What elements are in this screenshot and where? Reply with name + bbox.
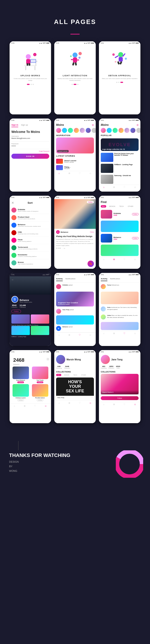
tab-other[interactable]: OTHER: [126, 205, 135, 208]
yael-tag[interactable]: Following: [37, 382, 43, 383]
notif-icon[interactable]: ♡: [123, 332, 125, 334]
sort-item-breeze[interactable]: Breeze Your creative inspirations: [11, 259, 49, 267]
popular-text-3: Samsung - Unsold me: [114, 175, 131, 184]
follow-badge[interactable]: Follow: [87, 201, 94, 203]
insp-card[interactable]: Doesn't served: [56, 138, 94, 154]
profile-icon[interactable]: ☺: [89, 334, 91, 336]
signin-button[interactable]: SIGN IN: [11, 154, 49, 159]
sort-item-flickr[interactable]: Flickr Photo sharing platform: [11, 236, 49, 244]
tab-tech[interactable]: TECH: [118, 205, 125, 208]
tab-design[interactable]: DESIGN: [63, 374, 71, 376]
pernille-tag[interactable]: Unfollow: [37, 399, 43, 401]
search-icon[interactable]: ⊕: [113, 403, 115, 406]
work-2[interactable]: [31, 314, 49, 324]
tab-notification[interactable]: Notification: [110, 278, 120, 281]
home-icon[interactable]: ⌂: [14, 405, 15, 407]
behance-info: Behance 1934: [114, 236, 131, 240]
tab-signin[interactable]: Sign In: [11, 124, 18, 127]
tab-notification[interactable]: Notification: [65, 278, 75, 281]
notif-icon[interactable]: ♡: [123, 258, 125, 260]
tab-all[interactable]: ALL: [101, 205, 106, 208]
profile-icon[interactable]: ☺: [134, 332, 136, 334]
karel-name: Karel Babach: [16, 380, 25, 381]
forgot-link[interactable]: Forget Password: [11, 150, 49, 152]
notif-user-2: Gary Tong: [62, 309, 69, 310]
coll-heart[interactable]: ♡: [91, 397, 93, 398]
notif-icon[interactable]: ♡: [123, 403, 125, 406]
home-icon[interactable]: ⌂: [103, 186, 105, 188]
notif-icon[interactable]: ♡: [34, 405, 36, 407]
nav-bar: ⌂ ⊕ ♡ ☺: [99, 402, 141, 406]
tab-activity[interactable]: Activity: [101, 278, 107, 281]
notif-icon[interactable]: ♡: [123, 186, 125, 188]
profile-header: Marsin Wong: [54, 354, 96, 366]
home-icon[interactable]: ⌂: [103, 258, 105, 260]
home-icon[interactable]: ⌂: [103, 332, 105, 334]
tab-activity[interactable]: Activity: [56, 278, 63, 281]
search-icon[interactable]: ⊕: [24, 405, 25, 407]
sort-item-behance[interactable]: Behance Showcase and discover creative w…: [11, 222, 49, 229]
notif-icon[interactable]: ♡: [79, 402, 81, 404]
find-card-behance[interactable]: Behance 1934 Follow: [99, 233, 141, 244]
search-icon[interactable]: ⊕: [113, 332, 115, 334]
home-icon[interactable]: ⌂: [59, 172, 60, 174]
work-1[interactable]: [11, 314, 30, 324]
platform-follow[interactable]: Follow: [90, 231, 94, 233]
sort-item-ks[interactable]: Kickstarter Creative crowdfunding platfo…: [11, 252, 49, 259]
profile-icon[interactable]: ☺: [44, 405, 47, 407]
tab-design[interactable]: DESIGN: [108, 205, 117, 208]
tab-all[interactable]: ALL: [56, 374, 61, 376]
back-icon[interactable]: ←: [11, 278, 14, 281]
menu-icon[interactable]: ☰: [137, 124, 139, 126]
work-3[interactable]: [11, 326, 30, 335]
username-input[interactable]: Marsin.Wong@moins.com: [11, 138, 49, 142]
work-4[interactable]: [31, 326, 49, 335]
home-icon[interactable]: ⌂: [59, 402, 60, 404]
behance-follow-button[interactable]: Follow: [11, 310, 21, 313]
notif-icon[interactable]: ♡: [79, 172, 81, 174]
close-button[interactable]: ✕: [11, 201, 14, 204]
blog-content: Follow B Behance Follow Plateg ota Food …: [54, 199, 96, 269]
sexy-collection-card[interactable]: HOW'SYOURSEX LIFE Gary Tong ♡: [56, 378, 94, 399]
collections-label: COLLECTIONS: [54, 370, 96, 374]
password-input[interactable]: ••••••••: [11, 145, 49, 149]
moins-content: Moins ☰ INSPIRATION Doesn't served: [54, 122, 96, 192]
search-icon[interactable]: ⊕: [113, 186, 115, 188]
home-icon[interactable]: ⌂: [103, 403, 105, 406]
sort-item-tc[interactable]: Techcrunch Tech & new technology product…: [11, 244, 49, 252]
find-card-dribbble[interactable]: Dribbble 2436 Follow: [99, 209, 141, 220]
search-icon[interactable]: ⊕: [68, 172, 70, 174]
tc-name: Techcrunch: [18, 246, 49, 248]
search-icon[interactable]: ⊕: [113, 258, 115, 260]
profile-icon[interactable]: ☺: [134, 403, 136, 406]
search-icon[interactable]: ⊕: [68, 402, 70, 404]
popular-main-card[interactable]: EVOLVE Logo design collection Vol. 01: [101, 138, 139, 151]
notif-icon[interactable]: ♡: [79, 334, 81, 336]
profile-icon[interactable]: ☺: [89, 172, 91, 174]
search-icon[interactable]: ⊕: [68, 334, 70, 336]
jane-follow-button[interactable]: Follow: [101, 396, 139, 400]
coll-overlay: Xiaomi Redmi 6: [101, 390, 139, 394]
home-icon[interactable]: ⌂: [59, 334, 60, 336]
behance-follow-btn[interactable]: Follow: [132, 237, 139, 239]
grid-toggle-icon[interactable]: ⊞: [46, 355, 49, 361]
menu-icon[interactable]: ☰: [92, 124, 94, 126]
dribbble-desc: Share creative works of designers: [18, 210, 49, 212]
row2-screens: 9:41 ▲▲ WiFi ■■■ Sign In Sign up Welcome…: [0, 118, 150, 192]
karel-tag[interactable]: Following: [17, 382, 24, 383]
sort-item-cnn[interactable]: CNN Breaking news and trending news: [11, 229, 49, 236]
bookmark-button[interactable]: 🔖: [88, 260, 94, 267]
sort-item-ph[interactable]: Product Hunt Discover great new products: [11, 214, 49, 222]
dribbble-follow-btn[interactable]: Follow: [132, 213, 139, 215]
tab-signup[interactable]: Sign up: [21, 124, 28, 127]
notif-julian: Julian Wow, our idea is exactly the same…: [99, 313, 141, 321]
tab-other[interactable]: OTHER: [80, 374, 87, 376]
profile-icon[interactable]: ☺: [134, 186, 136, 188]
tab-tech[interactable]: TECH: [72, 374, 78, 376]
profile-icon[interactable]: ☺: [134, 258, 136, 260]
icon-circle-6: [86, 128, 91, 133]
sort-item-dribbble[interactable]: Dribbble Share creative works of designe…: [11, 206, 49, 214]
profile-icon[interactable]: ☺: [89, 402, 91, 404]
andreas-tag[interactable]: Unfollow: [17, 399, 24, 401]
nav-bar: ⌂ ⊕ ♡ ☺: [54, 332, 96, 337]
